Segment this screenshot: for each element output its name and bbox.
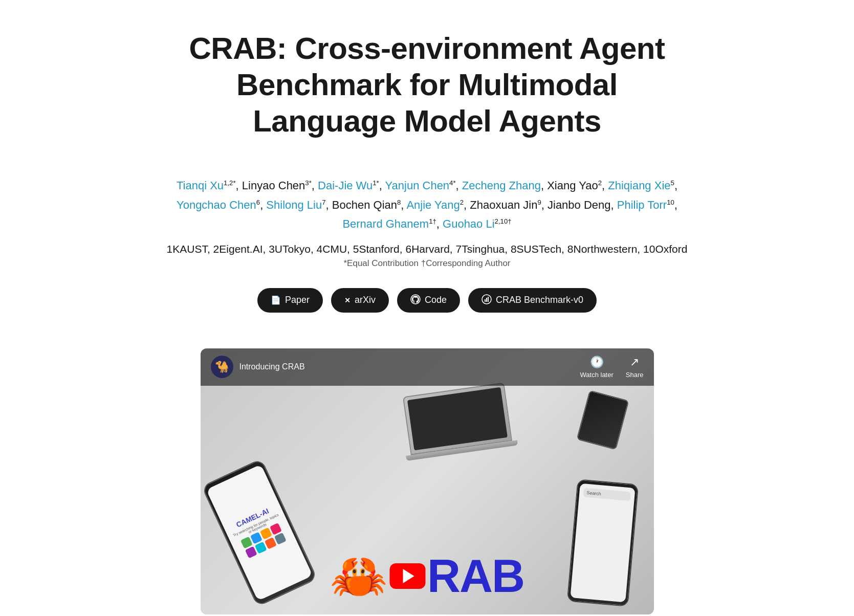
author-zecheng: Zecheng Zhang [462,179,541,192]
video-container[interactable]: CAMEL-AI Try searching for people, topic… [201,348,654,614]
video-title-left: 🐪 Introducing CRAB [211,356,305,378]
benchmark-label: CRAB Benchmark-v0 [496,295,583,305]
page-wrapper: CRAB: Cross-environment Agent Benchmark … [0,0,854,616]
paper-button[interactable]: 📄 Paper [257,288,323,313]
affiliations: 1KAUST, 2Eigent.AI, 3UTokyo, 4CMU, 5Stan… [167,243,688,255]
video-background: CAMEL-AI Try searching for people, topic… [201,348,654,614]
code-button[interactable]: Code [397,288,460,313]
paper-icon: 📄 [271,295,281,305]
phone-left-device: CAMEL-AI Try searching for people, topic… [201,458,318,607]
camel-emoji: 🐪 [215,360,229,373]
code-icon [410,294,421,306]
youtube-play-button[interactable] [389,563,425,589]
watch-later-button[interactable]: 🕐 Watch later [580,356,614,379]
share-button[interactable]: ↗ Share [626,356,644,379]
author-zhiqiang: Zhiqiang Xie [608,179,670,192]
author-tianqi: Tianqi Xu [177,179,224,192]
arxiv-label: arXiv [355,295,376,305]
page-title: CRAB: Cross-environment Agent Benchmark … [177,31,678,139]
video-top-right: 🕐 Watch later ↗ Share [580,356,644,379]
buttons-row: 📄 Paper ✕ arXiv Code [257,288,597,313]
arxiv-icon: ✕ [344,296,351,304]
title-section: CRAB: Cross-environment Agent Benchmark … [177,31,678,158]
video-top-bar: 🐪 Introducing CRAB 🕐 Watch later ↗ Share [201,348,654,386]
code-label: Code [425,295,447,305]
svg-rect-2 [485,299,486,302]
author-guohao: Guohao Li [443,217,495,230]
author-yanjun: Yanjun Chen [385,179,450,192]
svg-rect-4 [488,297,489,302]
benchmark-icon [481,294,492,306]
author-shilong: Shilong Liu [266,199,322,211]
arxiv-button[interactable]: ✕ arXiv [331,288,389,313]
author-anjie: Anjie Yang [406,199,459,211]
video-title: Introducing CRAB [239,362,305,371]
paper-label: Paper [285,295,310,305]
author-bernard: Bernard Ghanem [342,217,429,230]
author-daijie: Dai-Jie Wu [318,179,373,192]
tablet-device [576,390,629,450]
author-philip: Philip Torr [617,199,667,211]
svg-rect-3 [486,298,487,302]
share-icon: ↗ [630,356,639,369]
share-label: Share [626,371,644,379]
camel-channel-icon: 🐪 [211,356,233,378]
watch-later-icon: 🕐 [590,356,604,369]
phone-right-device: Search [566,479,638,607]
watch-later-label: Watch later [580,371,614,379]
laptop-device [402,382,513,463]
crab-logo-center: 🦀 RAB [330,553,524,614]
author-yongchao: Yongchao Chen [177,199,256,211]
benchmark-button[interactable]: CRAB Benchmark-v0 [468,288,597,313]
crab-text: RAB [427,553,524,599]
authors-section: Tianqi Xu1,2*, Linyao Chen3*, Dai-Jie Wu… [177,176,677,233]
crab-icon: 🦀 [330,553,387,599]
phone-search-bar: Search [583,488,630,501]
footnote: *Equal Contribution †Corresponding Autho… [343,258,510,269]
